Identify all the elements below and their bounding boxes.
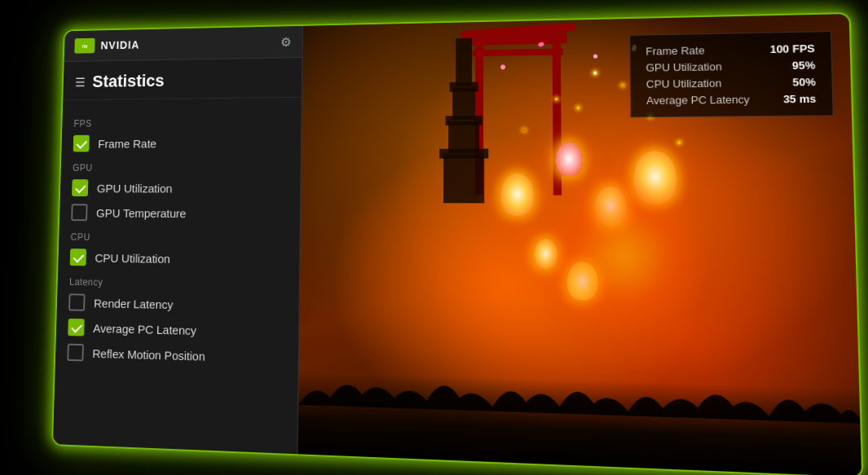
stat-row-2: CPU Utilization50%: [645, 75, 815, 90]
checkbox-item-cpu-utilization[interactable]: CPU Utilization: [69, 248, 286, 268]
main-content: Frame Rate100 FPSGPU Utilization95%CPU U…: [297, 14, 861, 475]
nvidia-logo-area: nv NVIDIA: [74, 37, 139, 53]
petal-2: [593, 54, 597, 58]
sidebar-content: FPSFrame RateGPUGPU UtilizationGPU Tempe…: [52, 97, 301, 453]
checkbox-item-reflex-motion[interactable]: Reflex Motion Position: [67, 343, 285, 367]
fire-glow: [539, 172, 712, 341]
checkbox-label-gpu-temperature: GPU Temperature: [95, 205, 186, 219]
pagoda: [431, 37, 496, 215]
sidebar-title: Statistics: [92, 70, 165, 91]
checkbox-label-avg-pc-latency: Average PC Latency: [93, 321, 196, 336]
checkbox-item-frame-rate[interactable]: Frame Rate: [73, 134, 288, 152]
section-label-gpu: GPU: [72, 161, 288, 173]
spark-7: [593, 71, 596, 74]
section-label-cpu: CPU: [70, 231, 287, 244]
checkbox-label-frame-rate: Frame Rate: [98, 136, 156, 149]
nvidia-brand-text: NVIDIA: [100, 38, 139, 51]
spark-1: [576, 107, 579, 109]
stat-row-3: Average PC Latency35 ms: [645, 92, 816, 107]
game-screenshot: Frame Rate100 FPSGPU Utilization95%CPU U…: [297, 14, 861, 475]
spark-6: [677, 141, 680, 143]
stat-value-2: 50%: [766, 75, 815, 88]
gear-icon[interactable]: ⚙: [280, 34, 291, 49]
section-label-fps: FPS: [73, 117, 289, 129]
stat-name-3: Average PC Latency: [645, 93, 749, 107]
spark-5: [522, 129, 525, 131]
monitor-wrapper: nv NVIDIA ⚙ ☰ Statistics FPSFrame RateGP…: [35, 18, 834, 458]
checkbox-label-cpu-utilization: CPU Utilization: [95, 250, 170, 264]
checkbox-label-render-latency: Render Latency: [93, 296, 173, 310]
checkbox-item-render-latency[interactable]: Render Latency: [68, 293, 286, 314]
checkbox-gpu-utilization[interactable]: [72, 179, 88, 196]
monitor: nv NVIDIA ⚙ ☰ Statistics FPSFrame RateGP…: [51, 11, 863, 475]
stat-row-1: GPU Utilization95%: [645, 59, 815, 73]
checkbox-gpu-temperature[interactable]: [71, 204, 87, 221]
nvidia-logo: nv: [74, 37, 95, 53]
checkbox-reflex-motion[interactable]: [67, 343, 84, 361]
stat-value-0: 100 FPS: [765, 42, 814, 55]
checkbox-item-avg-pc-latency[interactable]: Average PC Latency: [68, 318, 286, 341]
stat-name-2: CPU Utilization: [645, 77, 721, 90]
stat-row-0: Frame Rate100 FPS: [645, 42, 815, 57]
checkbox-avg-pc-latency[interactable]: [68, 318, 84, 336]
spark-3: [554, 98, 557, 100]
stat-value-3: 35 ms: [767, 92, 816, 105]
sidebar: nv NVIDIA ⚙ ☰ Statistics FPSFrame RateGP…: [52, 25, 302, 453]
lantern-1: [500, 172, 534, 214]
lantern-2: [555, 142, 582, 176]
stats-overlay: Frame Rate100 FPSGPU Utilization95%CPU U…: [629, 31, 834, 117]
nvidia-logo-text: nv: [82, 42, 87, 48]
stat-name-0: Frame Rate: [645, 44, 705, 57]
stat-name-1: GPU Utilization: [645, 60, 721, 74]
hamburger-icon[interactable]: ☰: [74, 74, 85, 89]
checkbox-item-gpu-temperature[interactable]: GPU Temperature: [71, 204, 288, 222]
spark-2: [621, 84, 623, 86]
checkbox-label-reflex-motion: Reflex Motion Position: [92, 345, 205, 362]
checkbox-cpu-utilization[interactable]: [69, 248, 86, 266]
checkbox-label-gpu-utilization: GPU Utilization: [96, 181, 172, 194]
sidebar-header: nv NVIDIA ⚙: [64, 25, 302, 61]
section-label-latency: Latency: [68, 276, 286, 291]
stat-value-1: 95%: [766, 59, 815, 72]
checkbox-render-latency[interactable]: [68, 293, 85, 310]
sidebar-title-row: ☰ Statistics: [63, 57, 302, 99]
checkbox-frame-rate[interactable]: [73, 134, 89, 152]
checkbox-item-gpu-utilization[interactable]: GPU Utilization: [72, 179, 288, 196]
